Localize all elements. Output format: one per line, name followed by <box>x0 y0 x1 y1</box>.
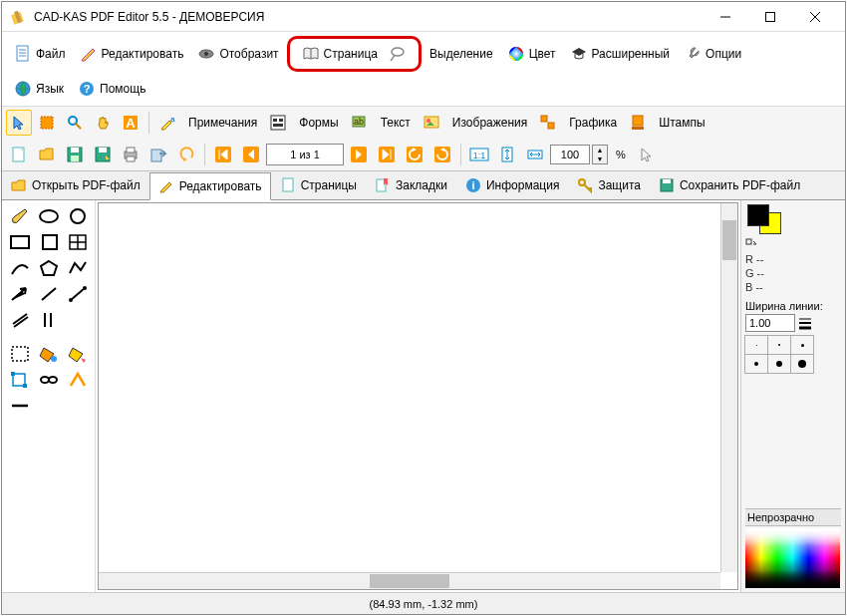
menu-page[interactable]: Страница <box>296 41 384 67</box>
toolbar-images[interactable]: Изображения <box>446 113 533 133</box>
tool-chain[interactable] <box>35 368 62 392</box>
fit-height-button[interactable] <box>494 142 520 167</box>
minimize-button[interactable] <box>703 2 747 31</box>
tool-curve[interactable] <box>6 256 33 280</box>
tool-brush[interactable] <box>6 204 33 228</box>
point-size-4[interactable] <box>744 354 768 374</box>
tool-line-snap[interactable] <box>64 282 91 306</box>
text-icon[interactable]: ab <box>347 110 373 136</box>
line-width-picker-icon[interactable] <box>797 315 813 331</box>
tool-pointer[interactable] <box>6 110 32 136</box>
tab-open[interactable]: Открыть PDF-файл <box>2 171 149 199</box>
image-icon[interactable] <box>419 110 444 136</box>
tool-marquee[interactable] <box>6 342 33 366</box>
prev-page-button[interactable] <box>238 142 264 167</box>
titlebar: CAD-KAS PDF Editor 5.5 - ДЕМОВЕРСИЯ <box>2 2 845 32</box>
tool-angle[interactable] <box>64 368 91 392</box>
tab-edit[interactable]: Редактировать <box>149 172 271 200</box>
toolbar-text[interactable]: Текст <box>375 113 417 133</box>
toolbar-notes[interactable]: Примечания <box>182 113 263 133</box>
point-size-3[interactable] <box>790 335 814 355</box>
swap-colors-icon[interactable] <box>745 238 757 250</box>
tool-text-edit[interactable]: a <box>154 110 180 136</box>
tool-hline[interactable] <box>6 394 34 418</box>
point-size-5[interactable] <box>767 354 791 374</box>
maximize-button[interactable] <box>747 2 792 31</box>
menu-file[interactable]: Файл <box>8 36 72 72</box>
horizontal-scrollbar[interactable] <box>99 572 720 589</box>
menu-options[interactable]: Опции <box>678 36 747 72</box>
toolbar-stamps[interactable]: Штампы <box>653 113 710 133</box>
tool-dblline1[interactable] <box>6 308 34 332</box>
vertical-scrollbar[interactable] <box>720 203 737 572</box>
svg-rect-25 <box>273 119 277 122</box>
tab-info[interactable]: i Информация <box>456 171 568 199</box>
stroke-color-swatch[interactable] <box>747 204 769 226</box>
svg-line-70 <box>42 288 56 300</box>
tool-fill2[interactable] <box>64 342 91 366</box>
tool-circle[interactable] <box>64 204 91 228</box>
zoom-spinner[interactable]: ▲▼ <box>592 145 608 164</box>
rotate-ccw-button[interactable] <box>402 142 427 167</box>
tool-hand[interactable] <box>90 110 116 136</box>
point-size-1[interactable] <box>744 335 768 355</box>
tool-fill1[interactable] <box>35 342 62 366</box>
save-as-button[interactable] <box>90 142 116 167</box>
tool-transform[interactable] <box>6 368 33 392</box>
tool-rect[interactable] <box>6 230 33 254</box>
tab-pages[interactable]: Страницы <box>271 171 366 199</box>
menu-advanced[interactable]: Расширенный <box>564 36 677 72</box>
tool-grid[interactable] <box>64 230 91 254</box>
tool-dblline2[interactable] <box>36 308 64 332</box>
tool-arrow[interactable] <box>6 282 33 306</box>
close-button[interactable] <box>792 2 837 31</box>
next-page-button[interactable] <box>346 142 372 167</box>
forms-icon[interactable] <box>265 110 291 136</box>
toolbar-graphics[interactable]: Графика <box>563 113 623 133</box>
point-size-2[interactable] <box>767 335 791 355</box>
tool-ellipse[interactable] <box>35 204 62 228</box>
menu-show[interactable]: Отобразит <box>191 36 284 72</box>
menu-color[interactable]: Цвет <box>501 36 562 72</box>
svg-text:1:1: 1:1 <box>473 151 486 160</box>
menu-help[interactable]: ? Помощь <box>72 76 151 102</box>
point-size-6[interactable] <box>790 354 814 374</box>
tool-square[interactable] <box>35 230 62 254</box>
menu-select[interactable] <box>387 41 413 67</box>
stamps-icon[interactable] <box>625 110 651 136</box>
color-spectrum[interactable] <box>745 528 840 588</box>
save-button[interactable] <box>62 142 88 167</box>
zoom-11-button[interactable]: 1:1 <box>466 142 492 167</box>
tool-polyline[interactable] <box>64 256 91 280</box>
svg-text:?: ? <box>84 83 91 95</box>
line-width-input[interactable] <box>745 314 795 332</box>
fit-width-button[interactable] <box>522 142 548 167</box>
tool-text-select[interactable]: A <box>118 110 143 136</box>
document-canvas[interactable] <box>98 202 738 590</box>
graphics-icon[interactable] <box>535 110 561 136</box>
menu-language[interactable]: Язык <box>8 76 70 102</box>
rotate-cw-button[interactable] <box>429 142 455 167</box>
tool-cursor2[interactable] <box>634 142 660 167</box>
tool-line[interactable] <box>35 282 62 306</box>
toolbar-forms[interactable]: Формы <box>293 113 344 133</box>
tool-polygon[interactable] <box>35 256 62 280</box>
tab-protect[interactable]: Защита <box>568 171 650 199</box>
page-input[interactable] <box>266 144 344 165</box>
point-size-grid <box>745 336 817 374</box>
zoom-input[interactable] <box>550 145 590 164</box>
print-button[interactable] <box>118 142 143 167</box>
tab-bookmarks[interactable]: Закладки <box>366 171 456 199</box>
tool-zoom[interactable] <box>62 110 88 136</box>
new-file-button[interactable] <box>6 142 32 167</box>
last-page-button[interactable] <box>374 142 400 167</box>
menu-select-text[interactable]: Выделение <box>424 36 499 72</box>
menu-edit[interactable]: Редактировать <box>74 36 190 72</box>
undo-button[interactable] <box>173 142 199 167</box>
tab-save[interactable]: Сохранить PDF-файл <box>650 171 809 199</box>
tool-select-rect[interactable] <box>34 110 60 136</box>
open-file-button[interactable] <box>34 142 60 167</box>
first-page-button[interactable] <box>210 142 236 167</box>
line-width-label: Ширина линии: <box>745 300 841 312</box>
export-button[interactable] <box>145 142 171 167</box>
